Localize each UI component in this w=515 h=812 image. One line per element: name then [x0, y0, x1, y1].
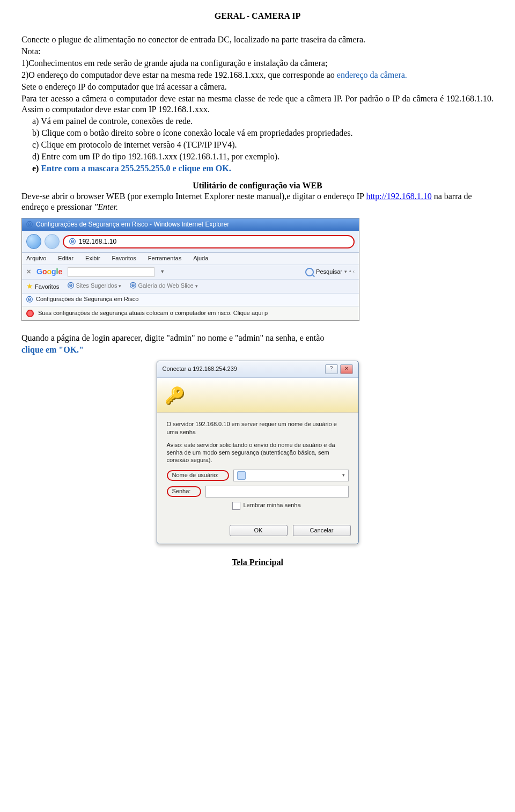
menu-exibir[interactable]: Exibir: [85, 255, 100, 262]
search-icon: [305, 268, 314, 276]
note-2: 2)O endereço do computador deve estar na…: [21, 70, 494, 81]
menu-editar[interactable]: Editar: [58, 255, 73, 262]
shield-alert-icon: [26, 310, 34, 317]
dialog-title-text: Conectar a 192.168.254.239: [163, 365, 237, 373]
favorites-button[interactable]: ★ Favoritos: [26, 282, 59, 291]
person-icon: [237, 471, 246, 480]
remember-checkbox[interactable]: [232, 502, 240, 510]
star-icon: ★: [26, 282, 33, 290]
ie-icon: ⓔ: [130, 282, 136, 289]
web-config-line: Deve-se abrir o browser WEB (por exemplo…: [21, 191, 494, 213]
chevron-down-icon: ▾: [195, 283, 198, 289]
list-item-a: a) Vá em painel de controle, conexões de…: [45, 116, 494, 127]
forward-button[interactable]: [45, 234, 60, 249]
security-warning-bar[interactable]: Suas configurações de segurança atuais c…: [22, 306, 359, 320]
username-input[interactable]: ▾: [233, 470, 349, 481]
back-button[interactable]: [26, 234, 41, 249]
close-toolbar-icon[interactable]: ✕: [26, 268, 31, 276]
google-search-input[interactable]: [68, 267, 154, 277]
page-icon: ⓔ: [69, 238, 76, 246]
access-paragraph: Para ter acesso a câmera o computador de…: [21, 93, 494, 115]
chevron-down-icon[interactable]: ▾ ∘ ‹: [344, 269, 355, 275]
address-bar-text: 192.168.1.10: [79, 238, 116, 246]
google-toolbar: ✕ Google ▼ Pesquisar ▾ ∘ ‹: [22, 265, 359, 280]
web-config-heading: Utilitário de configuração via WEB: [21, 180, 494, 191]
page-title: GERAL - CAMERA IP: [21, 11, 494, 21]
list-item-b: b) Clique com o botão direito sobre o íc…: [45, 128, 494, 138]
dialog-banner: 🔑: [157, 378, 358, 413]
keys-icon: 🔑: [165, 385, 185, 406]
ie-icon: ⓔ: [26, 296, 33, 304]
note-2-prefix: 2)O endereço do computador deve estar na…: [21, 70, 337, 79]
tab-label: Configurações de Segurança em Risco: [36, 296, 138, 304]
password-input[interactable]: [205, 486, 349, 498]
favorites-label: Favoritos: [35, 283, 59, 290]
ie-icon: ⓔ: [68, 282, 74, 289]
web-config-pre: Deve-se abrir o browser WEB (por exemplo…: [21, 192, 366, 201]
sites-sugeridos-label: Sites Sugeridos: [76, 282, 117, 289]
help-button[interactable]: ?: [325, 364, 338, 374]
note-1: 1)Conhecimentos em rede serão de grande …: [21, 58, 494, 69]
close-button[interactable]: ✕: [340, 364, 353, 374]
username-label: Nome de usuário:: [167, 470, 229, 481]
menu-arquivo[interactable]: Arquivo: [26, 255, 46, 262]
ip-link[interactable]: http://192.168.1.10: [366, 192, 431, 201]
login-intro-line2: clique em "OK.": [21, 345, 494, 355]
enter-italic: "Enter.: [94, 202, 119, 211]
cancel-button[interactable]: Cancelar: [293, 525, 351, 537]
list-item-e-blue: Entre com a mascara 255.255.255.0 e cliq…: [41, 164, 231, 173]
ie-menu-bar: Arquivo Editar Exibir Favoritos Ferramen…: [22, 253, 359, 265]
security-warning-text: Suas configurações de segurança atuais c…: [38, 310, 268, 317]
list-item-e-label: e): [32, 164, 41, 173]
dialog-server-text: O servidor 192.168.0.10 em server requer…: [167, 420, 349, 436]
chevron-down-icon[interactable]: ▾: [342, 472, 345, 478]
remember-label: Lembrar minha senha: [244, 502, 301, 509]
chevron-down-icon: ▾: [119, 283, 121, 289]
menu-favoritos[interactable]: Favoritos: [112, 255, 136, 262]
set-ip-line: Sete o endereço IP do computador que irá…: [21, 82, 494, 92]
list-item-d: d) Entre com um IP do tipo 192.168.1.xxx…: [45, 151, 494, 162]
dialog-warning-text: Aviso: este servidor solicitando o envio…: [167, 441, 349, 464]
favorites-bar: ★ Favoritos ⓔ Sites Sugeridos ▾ ⓔ Galeri…: [22, 280, 359, 294]
login-dialog-figure: Conectar a 192.168.254.239 ? ✕ 🔑 O servi…: [21, 361, 494, 544]
nota-label: Nota:: [21, 46, 494, 57]
pesquisar-button[interactable]: Pesquisar: [316, 268, 342, 276]
google-logo-icon: Google: [36, 267, 62, 277]
menu-ferramentas[interactable]: Ferramentas: [148, 255, 181, 262]
login-intro-line1: Quando a página de login aparecer, digit…: [21, 333, 494, 343]
galeria-button[interactable]: ⓔ Galeria do Web Slice ▾: [130, 282, 197, 291]
list-item-e: e) Entre com a mascara 255.255.255.0 e c…: [45, 163, 494, 174]
browser-tab[interactable]: ⓔ Configurações de Segurança em Risco: [22, 294, 359, 306]
ie-titlebar: ⓔ Configurações de Segurança em Risco - …: [22, 218, 359, 231]
list-item-c: c) Clique em protocolo de internet versã…: [45, 140, 494, 150]
dialog-titlebar: Conectar a 192.168.254.239 ? ✕: [157, 361, 358, 378]
chevron-down-icon[interactable]: ▼: [160, 269, 165, 275]
footer-heading: Tela Principal: [21, 557, 494, 568]
galeria-label: Galeria do Web Slice: [138, 282, 194, 289]
intro-paragraph: Conecte o plugue de alimentação no conec…: [21, 34, 494, 45]
address-bar[interactable]: ⓔ 192.168.1.10: [63, 235, 355, 248]
password-label: Senha:: [167, 486, 201, 497]
ie-logo-icon: ⓔ: [26, 221, 33, 229]
menu-ajuda[interactable]: Ajuda: [193, 255, 208, 262]
note-2-blue: endereço da câmera.: [337, 70, 407, 79]
ie-window-title: Configurações de Segurança em Risco - Wi…: [36, 221, 229, 229]
ok-button[interactable]: OK: [230, 525, 288, 537]
ie-screenshot-figure: ⓔ Configurações de Segurança em Risco - …: [21, 218, 494, 321]
sites-sugeridos-button[interactable]: ⓔ Sites Sugeridos ▾: [68, 282, 121, 291]
